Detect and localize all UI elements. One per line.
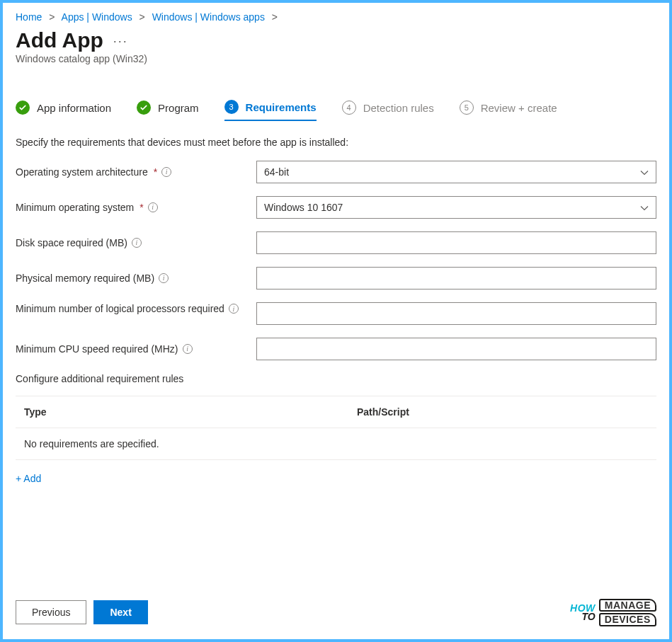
input-disk-space[interactable] xyxy=(256,231,656,254)
form-description: Specify the requirements that devices mu… xyxy=(16,137,656,148)
step-label: App information xyxy=(37,102,111,114)
requirements-table: Type Path/Script No requirements are spe… xyxy=(16,396,656,460)
chevron-right-icon: > xyxy=(49,11,55,23)
step-number-icon: 3 xyxy=(224,100,239,114)
label-arch: Operating system architecture* i xyxy=(16,166,256,179)
label-cpu-count: Minimum number of logical processors req… xyxy=(16,302,256,316)
input-cpu-speed[interactable] xyxy=(256,338,656,360)
select-value: 64-bit xyxy=(264,166,289,178)
table-col-path: Path/Script xyxy=(357,406,648,418)
info-icon[interactable]: i xyxy=(159,273,169,283)
breadcrumb-item-windows-apps[interactable]: Windows | Windows apps xyxy=(152,11,265,23)
table-header: Type Path/Script xyxy=(16,396,656,428)
breadcrumb-item-apps[interactable]: Apps | Windows xyxy=(62,11,132,23)
input-memory[interactable] xyxy=(256,267,656,290)
page-subtitle: Windows catalog app (Win32) xyxy=(16,53,656,64)
table-col-type: Type xyxy=(24,406,357,418)
check-icon xyxy=(16,101,30,115)
previous-button[interactable]: Previous xyxy=(16,600,86,624)
step-detection-rules[interactable]: 4 Detection rules xyxy=(342,101,434,120)
add-requirement-link[interactable]: + Add xyxy=(16,473,41,484)
info-icon[interactable]: i xyxy=(161,167,171,177)
step-app-information[interactable]: App information xyxy=(16,101,111,120)
label-memory: Physical memory required (MB) i xyxy=(16,272,256,285)
input-cpu-count[interactable] xyxy=(256,302,656,325)
label-cpu-speed: Minimum CPU speed required (MHz) i xyxy=(16,343,256,356)
info-icon[interactable]: i xyxy=(132,238,142,248)
info-icon[interactable]: i xyxy=(148,202,158,212)
select-value: Windows 10 1607 xyxy=(264,202,343,213)
breadcrumb: Home > Apps | Windows > Windows | Window… xyxy=(16,11,656,23)
info-icon[interactable]: i xyxy=(183,344,193,354)
watermark-devices: DEVICES xyxy=(599,613,656,626)
check-icon xyxy=(137,101,151,115)
chevron-down-icon xyxy=(640,203,649,212)
table-empty-row: No requirements are specified. xyxy=(16,428,656,459)
section-additional-rules: Configure additional requirement rules xyxy=(16,373,656,384)
watermark-to: TO xyxy=(582,612,596,621)
label-disk: Disk space required (MB) i xyxy=(16,236,256,250)
more-icon[interactable]: ··· xyxy=(113,34,128,49)
chevron-down-icon xyxy=(640,168,649,176)
page-title: Add App xyxy=(16,28,103,52)
step-label: Program xyxy=(158,102,199,114)
step-label: Review + create xyxy=(481,102,557,114)
watermark-manage: MANAGE xyxy=(599,599,656,612)
watermark-logo: HOW TO MANAGE DEVICES xyxy=(570,599,656,626)
breadcrumb-item-home[interactable]: Home xyxy=(16,11,42,23)
next-button[interactable]: Next xyxy=(93,600,147,624)
step-number-icon: 4 xyxy=(342,101,356,115)
step-requirements[interactable]: 3 Requirements xyxy=(224,100,317,121)
step-label: Detection rules xyxy=(363,102,434,114)
select-arch[interactable]: 64-bit xyxy=(256,161,656,183)
info-icon[interactable]: i xyxy=(229,304,239,314)
chevron-right-icon: > xyxy=(139,11,145,23)
chevron-right-icon: > xyxy=(272,11,278,23)
step-label: Requirements xyxy=(246,101,317,113)
step-review-create[interactable]: 5 Review + create xyxy=(460,101,557,120)
required-indicator: * xyxy=(139,201,143,214)
label-minos: Minimum operating system* i xyxy=(16,201,256,214)
step-program[interactable]: Program xyxy=(137,101,199,120)
select-minos[interactable]: Windows 10 1607 xyxy=(256,196,656,219)
required-indicator: * xyxy=(154,166,157,179)
wizard-steps: App information Program 3 Requirements 4… xyxy=(16,100,656,121)
step-number-icon: 5 xyxy=(460,101,474,115)
